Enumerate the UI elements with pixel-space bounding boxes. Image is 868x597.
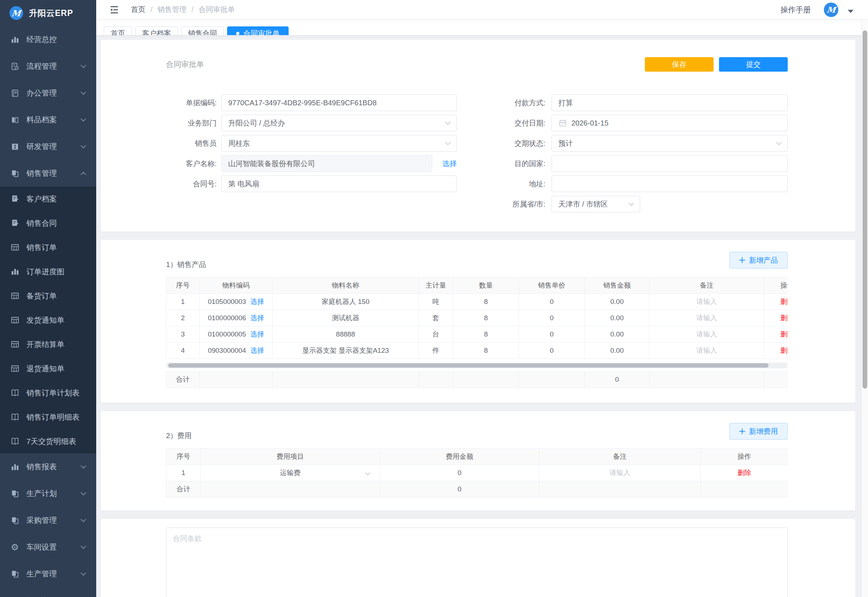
chevron-down-icon xyxy=(81,62,86,68)
delete-row-link[interactable]: 删除 xyxy=(781,298,788,305)
cell-price[interactable]: 0 xyxy=(519,326,585,343)
delete-row-link[interactable]: 删除 xyxy=(738,469,751,477)
sidebar-subitem-sales-contract[interactable]: 销售合同 xyxy=(0,211,96,235)
doc-code-field[interactable] xyxy=(221,94,457,111)
remark-input[interactable]: 请输入 xyxy=(610,469,630,477)
sidebar-subitem-sales-order-plan[interactable]: 销售订单计划表 xyxy=(0,381,96,405)
tab-contract-approval[interactable]: 合同审批单 xyxy=(227,27,289,35)
total-amount: 0 xyxy=(380,481,539,498)
tab-label: 客户档案 xyxy=(142,28,171,36)
products-table: 序号 物料编码 物料名称 主计量 数量 销售单价 销售金额 备注 操作 1 xyxy=(166,277,788,359)
sidebar-item-sales-report[interactable]: 销售报表 xyxy=(0,453,96,480)
address-field[interactable] xyxy=(551,175,788,192)
contract-no-field[interactable] xyxy=(221,175,457,192)
remark-input[interactable]: 请输入 xyxy=(696,330,717,338)
cell-no: 3 xyxy=(166,326,200,343)
delivery-date-picker[interactable]: 2026-01-15 xyxy=(551,115,788,131)
sidebar-item-processing-workshop[interactable]: 加工车间 xyxy=(0,587,96,597)
sidebar-item-purchase-mgmt[interactable]: 采购管理 xyxy=(0,507,96,534)
bar-chart-icon xyxy=(10,267,19,276)
user-avatar[interactable]: M xyxy=(824,3,838,17)
sidebar-item-business-overview[interactable]: 经营总控 xyxy=(0,26,96,53)
province-city-select[interactable]: 天津市 / 市辖区 xyxy=(551,196,640,212)
plus-icon xyxy=(739,428,745,434)
sidebar-subitem-7day-delivery-detail[interactable]: 7天交货明细表 xyxy=(0,429,96,453)
delivery-status-select[interactable]: 预计 xyxy=(551,135,788,151)
breadcrumb-separator: / xyxy=(150,6,153,14)
delete-row-link[interactable]: 删除 xyxy=(781,347,788,354)
breadcrumb-home[interactable]: 首页 xyxy=(131,5,145,15)
save-button[interactable]: 保存 xyxy=(645,57,714,72)
scrollbar-thumb[interactable] xyxy=(862,30,867,389)
business-dept-select[interactable]: 升阳公司 / 总经办 xyxy=(221,115,457,131)
sidebar-subitem-delivery-notice[interactable]: 发货通知单 xyxy=(0,308,96,332)
col-fee-item: 费用项目 xyxy=(201,448,380,465)
cell-qty[interactable]: 8 xyxy=(453,294,519,310)
sidebar-item-process-mgmt[interactable]: 流程管理 xyxy=(0,53,96,80)
plus-icon xyxy=(739,257,745,263)
province-city-label: 所属省/市: xyxy=(468,199,551,209)
select-material-link[interactable]: 选择 xyxy=(250,347,264,354)
manual-link[interactable]: 操作手册 xyxy=(781,5,811,15)
sidebar-item-production-mgmt[interactable]: 生产管理 xyxy=(0,560,96,587)
submit-button[interactable]: 提交 xyxy=(719,57,788,72)
cell-name: 88888 xyxy=(273,326,419,343)
pages-icon xyxy=(10,489,19,498)
add-product-button[interactable]: 新增产品 xyxy=(729,252,788,269)
page-title: 合同审批单 xyxy=(166,59,204,70)
select-material-link[interactable]: 选择 xyxy=(250,330,264,338)
select-material-link[interactable]: 选择 xyxy=(250,314,264,322)
sidebar-item-material-archives[interactable]: 料品档案 xyxy=(0,106,96,133)
delete-row-link[interactable]: 删除 xyxy=(781,330,788,338)
menu-fold-icon[interactable] xyxy=(108,4,120,15)
sidebar-subitem-order-progress[interactable]: 订单进度图 xyxy=(0,260,96,284)
sidebar-subitem-sales-order-detail[interactable]: 销售订单明细表 xyxy=(0,405,96,429)
user-menu-caret-icon[interactable] xyxy=(848,10,853,13)
sidebar-item-sales-mgmt[interactable]: 销售管理 xyxy=(0,160,96,187)
destination-country-label: 目的国家: xyxy=(468,159,551,169)
add-fee-button[interactable]: 新增费用 xyxy=(729,423,788,440)
avatar-letter: M xyxy=(826,5,836,15)
sidebar-subitem-label: 销售订单明细表 xyxy=(27,412,80,422)
fee-item-select[interactable]: 运输费 xyxy=(201,465,380,481)
select-customer-link[interactable]: 选择 xyxy=(442,159,457,169)
sidebar-item-workshop-settings[interactable]: ⚙ 车间设置 xyxy=(0,534,96,560)
tab-customer-archives[interactable]: 客户档案 xyxy=(135,27,178,35)
cell-price[interactable]: 0 xyxy=(519,343,585,359)
sidebar-subitem-return-notice[interactable]: 退货通知单 xyxy=(0,356,96,381)
delivery-date-label: 交付日期: xyxy=(468,118,551,128)
table-grid-icon xyxy=(10,291,19,301)
remark-input[interactable]: 请输入 xyxy=(696,347,717,354)
delete-row-link[interactable]: 删除 xyxy=(781,314,788,322)
chevron-down-icon xyxy=(445,119,451,125)
remark-input[interactable]: 请输入 xyxy=(696,314,717,322)
tab-sales-contract[interactable]: 销售合同 xyxy=(181,27,224,35)
page-vertical-scrollbar[interactable] xyxy=(862,19,868,597)
cell-price[interactable]: 0 xyxy=(519,310,585,326)
scrollbar-thumb[interactable] xyxy=(168,363,769,368)
cell-price[interactable]: 0 xyxy=(519,294,585,310)
cell-fee-amount[interactable]: 0 xyxy=(380,465,539,481)
cell-qty[interactable]: 8 xyxy=(453,343,519,359)
cell-qty[interactable]: 8 xyxy=(453,310,519,326)
sidebar-subitem-invoice-settlement[interactable]: 开票结算单 xyxy=(0,332,96,356)
cell-qty[interactable]: 8 xyxy=(453,326,519,343)
remark-input[interactable]: 请输入 xyxy=(696,298,717,305)
tab-home[interactable]: 首页 xyxy=(104,27,132,35)
salesperson-select[interactable]: 周桂东 xyxy=(221,135,457,151)
sidebar-item-production-plan[interactable]: 生产计划 xyxy=(0,480,96,507)
select-material-link[interactable]: 选择 xyxy=(250,298,264,305)
sidebar-subitem-stock-order[interactable]: 备货订单 xyxy=(0,284,96,308)
sidebar-item-rd-mgmt[interactable]: 研发管理 xyxy=(0,133,96,160)
sidebar-subitem-customer-archives[interactable]: 客户档案 xyxy=(0,187,96,211)
products-horizontal-scrollbar[interactable] xyxy=(166,362,788,368)
col-fee-amount: 费用金额 xyxy=(380,448,539,465)
sidebar-subitem-sales-order[interactable]: 销售订单 xyxy=(0,235,96,260)
breadcrumb-sales-mgmt[interactable]: 销售管理 xyxy=(158,5,187,15)
destination-country-field[interactable] xyxy=(551,155,788,172)
payment-method-field[interactable] xyxy=(551,94,788,111)
contract-terms-textarea[interactable] xyxy=(166,527,788,597)
i-square-icon xyxy=(10,142,19,151)
sidebar-subitem-label: 销售合同 xyxy=(27,218,57,228)
sidebar-item-office-mgmt[interactable]: 办公管理 xyxy=(0,80,96,106)
